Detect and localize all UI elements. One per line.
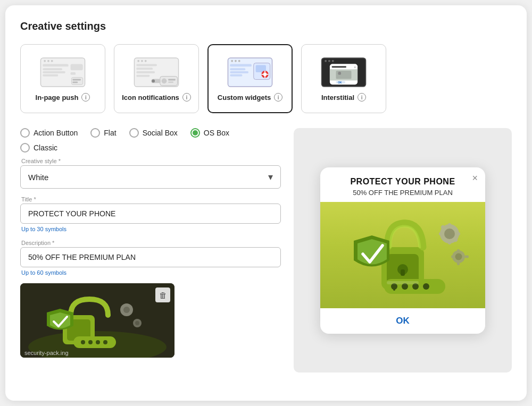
- popup-image-area: [320, 202, 485, 308]
- svg-rect-34: [230, 74, 242, 77]
- in-page-push-icon: [39, 56, 87, 89]
- svg-text:OK: OK: [338, 81, 342, 84]
- svg-rect-31: [230, 64, 252, 67]
- svg-rect-73: [401, 269, 405, 276]
- svg-point-30: [238, 60, 240, 62]
- main-layout: Action Button Flat Social Box OS Box: [20, 128, 512, 373]
- page-title: Creative settings: [20, 20, 512, 32]
- custom-widgets-icon: [226, 56, 274, 89]
- svg-rect-40: [264, 76, 265, 78]
- icon-notifications-label: Icon notifications i: [122, 93, 191, 102]
- radio-action-button[interactable]: Action Button: [20, 128, 78, 138]
- svg-rect-92: [457, 261, 460, 265]
- radio-social-box-label: Social Box: [143, 129, 178, 137]
- radio-os-box[interactable]: OS Box: [190, 128, 229, 138]
- svg-rect-24: [168, 81, 173, 82]
- description-hint: Up to 60 symbols: [20, 269, 281, 276]
- widget-type-radio-row-2: Classic: [20, 143, 281, 153]
- creative-style-field: Creative style * White ▾: [20, 158, 281, 189]
- svg-rect-5: [43, 68, 62, 70]
- svg-text:×: ×: [354, 65, 356, 69]
- preview-column: × PROTECT YOUR PHONE 50% OFF THE PREMIUM…: [294, 128, 512, 373]
- radio-os-box-circle: [190, 128, 200, 138]
- widget-type-radio-row-1: Action Button Flat Social Box OS Box: [20, 128, 281, 138]
- svg-point-38: [263, 72, 267, 76]
- svg-rect-83: [448, 223, 451, 229]
- creative-style-value: White: [28, 173, 48, 182]
- svg-rect-41: [261, 74, 263, 75]
- title-input[interactable]: [20, 204, 281, 224]
- svg-point-15: [141, 60, 143, 62]
- title-label: Title *: [20, 196, 281, 202]
- svg-point-1: [44, 60, 46, 62]
- creative-settings-card: Creative settings: [5, 5, 527, 401]
- svg-rect-85: [439, 232, 444, 235]
- in-page-push-label: In-page push i: [36, 93, 90, 102]
- svg-rect-23: [168, 79, 176, 81]
- svg-rect-39: [264, 71, 265, 73]
- svg-rect-94: [465, 255, 469, 258]
- svg-rect-6: [43, 71, 65, 73]
- creative-type-interstitial[interactable]: × OK Interstitial i: [301, 44, 386, 113]
- svg-text:security-pack.ing: security-pack.ing: [24, 350, 69, 356]
- radio-classic-label: Classic: [34, 143, 57, 152]
- svg-rect-52: [332, 66, 346, 67]
- svg-rect-10: [71, 78, 82, 85]
- svg-rect-9: [71, 72, 76, 75]
- svg-point-46: [332, 60, 334, 62]
- svg-rect-18: [136, 67, 153, 70]
- icon-notifications-info-icon[interactable]: i: [182, 93, 191, 102]
- svg-point-62: [88, 340, 93, 344]
- svg-rect-76: [393, 286, 395, 291]
- popup-close-button[interactable]: ×: [472, 173, 478, 184]
- title-hint: Up to 30 symbols: [20, 226, 281, 232]
- svg-rect-17: [136, 64, 157, 66]
- svg-rect-33: [230, 71, 248, 73]
- svg-point-2: [47, 60, 49, 62]
- svg-rect-60: [73, 336, 116, 348]
- description-input[interactable]: [20, 247, 281, 267]
- thumbnail-image: security-pack.ing: [20, 283, 174, 358]
- svg-rect-4: [43, 64, 68, 67]
- icon-notifications-icon: [132, 56, 180, 89]
- creative-style-dropdown[interactable]: White ▾: [20, 165, 281, 189]
- image-thumbnail: 🗑: [20, 283, 174, 358]
- in-page-push-info-icon[interactable]: i: [81, 93, 90, 102]
- delete-icon: 🗑: [159, 291, 167, 300]
- radio-action-button-label: Action Button: [34, 129, 78, 137]
- svg-rect-20: [136, 75, 149, 77]
- svg-point-82: [444, 229, 455, 239]
- image-delete-button[interactable]: 🗑: [155, 287, 170, 302]
- svg-point-22: [162, 79, 167, 84]
- description-field: Description * Up to 60 symbols: [20, 240, 281, 276]
- custom-widgets-label: Custom widgets i: [218, 93, 282, 102]
- svg-point-45: [328, 60, 330, 62]
- radio-flat[interactable]: Flat: [90, 128, 116, 138]
- svg-point-16: [145, 60, 147, 62]
- creative-type-custom-widgets[interactable]: Custom widgets i: [207, 44, 293, 113]
- svg-point-61: [81, 340, 85, 344]
- svg-point-29: [235, 60, 237, 62]
- radio-classic-circle: [20, 143, 30, 153]
- creative-style-label: Creative style *: [20, 158, 281, 164]
- creative-type-in-page-push[interactable]: In-page push i: [20, 44, 105, 113]
- interstitial-info-icon[interactable]: i: [358, 93, 366, 102]
- popup-ok-button[interactable]: OK: [320, 308, 485, 334]
- creative-type-icon-notifications[interactable]: Icon notifications i: [114, 44, 199, 113]
- radio-classic[interactable]: Classic: [20, 143, 57, 153]
- custom-widgets-info-icon[interactable]: i: [274, 93, 282, 102]
- creative-types-row: In-page push i: [20, 44, 512, 113]
- popup-title: PROTECT YOUR PHONE: [320, 167, 485, 188]
- svg-rect-86: [455, 232, 460, 235]
- form-column: Action Button Flat Social Box OS Box: [20, 128, 281, 373]
- interstitial-label: Interstitial i: [321, 93, 366, 102]
- radio-social-box[interactable]: Social Box: [129, 128, 178, 138]
- svg-point-26: [152, 80, 155, 83]
- svg-point-3: [51, 60, 53, 62]
- radio-flat-circle: [90, 128, 100, 138]
- interstitial-icon: × OK: [320, 56, 368, 89]
- svg-rect-91: [457, 249, 460, 253]
- svg-rect-49: [336, 71, 352, 79]
- svg-point-68: [135, 321, 139, 325]
- svg-point-50: [338, 72, 341, 75]
